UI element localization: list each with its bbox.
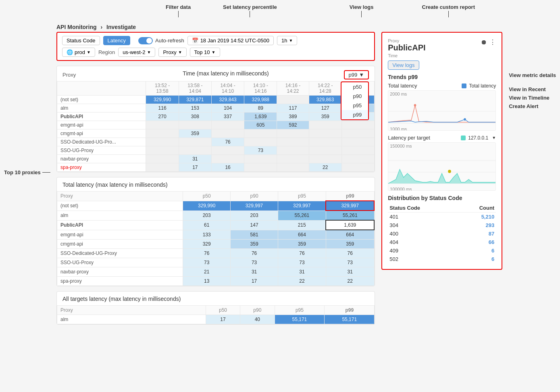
table-row[interactable]: PublicAPI 61 147 215 1,639 bbox=[57, 220, 375, 230]
cell: 73 bbox=[278, 258, 326, 267]
table-row[interactable]: navbar-proxy 31 bbox=[57, 155, 375, 163]
cell: 13 bbox=[183, 277, 231, 286]
table-row[interactable]: SSO-UG-Proxy 73 bbox=[57, 146, 375, 155]
list-item[interactable]: 304 293 bbox=[388, 221, 496, 229]
prod-arrow: ▼ bbox=[87, 50, 91, 54]
table-row[interactable]: spa-proxy 13 17 22 22 bbox=[57, 277, 375, 286]
annotation-view-timeline: View in Timeline bbox=[509, 95, 556, 101]
chart-y-1000: 1000 ms bbox=[388, 127, 495, 131]
auto-refresh-toggle[interactable] bbox=[138, 37, 153, 44]
percentile-dropdown-btn[interactable]: p99 ▼ bbox=[344, 70, 369, 79]
targets-latency-title: All targets latency (max latency in mill… bbox=[62, 296, 181, 302]
cell bbox=[277, 163, 309, 172]
cell: 22 bbox=[278, 277, 326, 286]
duration-arrow: ▼ bbox=[289, 38, 293, 43]
table-row[interactable]: SSO-Dedicated-UG-Proxy 76 76 76 76 bbox=[57, 249, 375, 258]
proxy-select[interactable]: Proxy ▼ bbox=[158, 48, 186, 57]
breadcrumb-current: Investigate bbox=[106, 24, 136, 30]
cell: 73 bbox=[326, 258, 374, 267]
time-label: Time bbox=[388, 53, 496, 58]
annotation-create-report: Create custom report bbox=[422, 4, 475, 10]
proxy-alm: alm bbox=[57, 104, 146, 113]
proxy-navbar: navbar-proxy bbox=[57, 267, 183, 277]
total-latency-metric: Total latency Total latency bbox=[388, 83, 496, 89]
proxy-cmgmt: cmgmt-api bbox=[57, 129, 146, 138]
time-col-3: 14:04 -14:10 bbox=[211, 81, 244, 96]
proxy-sso-ug: SSO-UG-Proxy bbox=[57, 258, 183, 267]
total-proxy-header: Proxy bbox=[57, 192, 183, 201]
table-row[interactable]: alm 116 153 104 89 117 127 55,261 bbox=[57, 104, 375, 113]
time-table-section: Proxy Time (max latency in milliseconds)… bbox=[56, 66, 375, 172]
cell: 1,639 bbox=[244, 113, 277, 121]
cell: 31 bbox=[326, 267, 374, 277]
percentile-option-p50[interactable]: p50 bbox=[341, 82, 368, 92]
percentile-option-p99[interactable]: p99 bbox=[341, 110, 368, 119]
list-item[interactable]: 404 66 bbox=[388, 238, 496, 246]
table-row[interactable]: emgmt-api 133 581 664 664 bbox=[57, 230, 375, 240]
cell: 329,997 bbox=[231, 201, 278, 211]
table-row[interactable]: cmgmt-api 329 359 359 359 bbox=[57, 240, 375, 249]
time-table-proxy-col: Proxy bbox=[62, 70, 115, 78]
table-row[interactable]: SSO-Dedicated-UG-Pro... 76 bbox=[57, 138, 375, 146]
list-item[interactable]: 409 6 bbox=[388, 246, 496, 255]
table-row[interactable]: PublicAPI 270 308 337 1,639 389 359 398 bbox=[57, 113, 375, 121]
percentile-arrow: ▼ bbox=[359, 72, 364, 78]
view-logs-button[interactable]: View logs bbox=[388, 60, 419, 70]
percentile-dropdown: p50 p90 p95 p99 bbox=[341, 81, 369, 120]
cell bbox=[211, 121, 244, 129]
latency-target-arrow[interactable]: ▼ bbox=[492, 136, 496, 140]
table-row[interactable]: (not set) 329,990 329,997 329,997 329,99… bbox=[57, 201, 375, 211]
cell: 147 bbox=[231, 220, 278, 230]
proxy-alm: alm bbox=[57, 211, 183, 220]
list-item[interactable]: 502 6 bbox=[388, 255, 496, 263]
time-table-title: Time (max latency in milliseconds) bbox=[115, 70, 337, 77]
cell: 664 bbox=[326, 230, 374, 240]
latency-tab[interactable]: Latency bbox=[103, 36, 131, 45]
cell: 329,990 bbox=[146, 96, 179, 104]
total-col-p99: p99 bbox=[326, 192, 374, 201]
total-latency-legend: Total latency bbox=[469, 83, 496, 89]
cell: 605 bbox=[244, 121, 277, 129]
list-item[interactable]: 401 5,210 bbox=[388, 213, 496, 221]
chart-icon[interactable]: ⏺ bbox=[481, 39, 487, 46]
cell bbox=[146, 138, 179, 146]
prod-select[interactable]: 🌐 prod ▼ bbox=[62, 48, 95, 57]
cell: 76 bbox=[231, 249, 278, 258]
cell: 55,171 bbox=[275, 315, 325, 324]
cell bbox=[211, 155, 244, 163]
cell: 17 bbox=[206, 315, 240, 324]
table-row[interactable]: spa-proxy 17 16 22 bbox=[57, 163, 375, 172]
breadcrumb-parent[interactable]: API Monitoring bbox=[56, 24, 97, 30]
duration-select[interactable]: 1h ▼ bbox=[277, 36, 297, 45]
time-col-2: 13:58 -14:04 bbox=[179, 81, 211, 96]
cell: 359 bbox=[179, 129, 211, 138]
total-latency-label: Total latency bbox=[388, 83, 417, 89]
proxy-emgmt: emgmt-api bbox=[57, 230, 183, 240]
cell: 73 bbox=[244, 146, 277, 155]
top-select[interactable]: Top 10 ▼ bbox=[190, 48, 220, 57]
table-row[interactable]: alm 203 203 55,261 55,261 bbox=[57, 211, 375, 220]
percentile-option-p95[interactable]: p95 bbox=[341, 101, 368, 110]
table-row[interactable]: cmgmt-api 359 bbox=[57, 129, 375, 138]
cell: 329,997 bbox=[326, 201, 374, 211]
table-row[interactable]: (not set) 329,990 329,871 329,843 329,98… bbox=[57, 96, 375, 104]
proxy-emgmt: emgmt-api bbox=[57, 121, 146, 129]
table-row[interactable]: navbar-proxy 21 31 31 31 bbox=[57, 267, 375, 277]
table-row[interactable]: SSO-UG-Proxy 73 73 73 73 bbox=[57, 258, 375, 267]
region-select[interactable]: us-west-2 ▼ bbox=[118, 48, 155, 57]
cell: 329,988 bbox=[244, 96, 277, 104]
percentile-option-p90[interactable]: p90 bbox=[341, 92, 368, 101]
total-col-p50: p50 bbox=[183, 192, 231, 201]
cell bbox=[211, 129, 244, 138]
cell: 127 bbox=[309, 104, 341, 113]
table-row[interactable]: alm 17 40 55,171 55,171 bbox=[57, 315, 375, 324]
more-options-icon[interactable]: ⋮ bbox=[489, 38, 496, 46]
date-picker[interactable]: 📅 18 Jan 2019 14:52 UTC-0500 bbox=[187, 36, 274, 45]
cell: 89 bbox=[244, 104, 277, 113]
cell bbox=[309, 138, 341, 146]
list-item[interactable]: 400 87 bbox=[388, 229, 496, 238]
cell: 359 bbox=[309, 113, 341, 121]
status-code-tab[interactable]: Status Code bbox=[62, 36, 100, 45]
table-row[interactable]: emgmt-api 605 592 bbox=[57, 121, 375, 129]
targets-col-p99: p99 bbox=[325, 306, 375, 315]
